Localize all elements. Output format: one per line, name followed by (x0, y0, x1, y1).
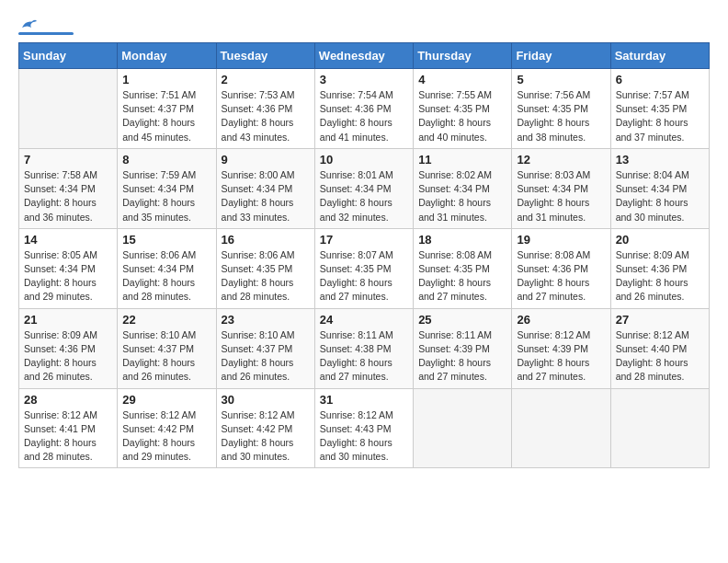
calendar-cell: 1Sunrise: 7:51 AM Sunset: 4:37 PM Daylig… (118, 69, 216, 149)
calendar-cell (512, 388, 610, 468)
day-number: 13 (616, 153, 704, 167)
calendar-cell: 30Sunrise: 8:12 AM Sunset: 4:42 PM Dayli… (216, 388, 314, 468)
day-number: 29 (122, 393, 210, 407)
day-number: 20 (616, 233, 704, 247)
calendar-week-row: 21Sunrise: 8:09 AM Sunset: 4:36 PM Dayli… (19, 308, 710, 388)
calendar-cell: 31Sunrise: 8:12 AM Sunset: 4:43 PM Dayli… (314, 388, 413, 468)
calendar-cell: 4Sunrise: 7:55 AM Sunset: 4:35 PM Daylig… (414, 69, 512, 149)
calendar-cell: 22Sunrise: 8:10 AM Sunset: 4:37 PM Dayli… (118, 308, 216, 388)
day-info: Sunrise: 8:11 AM Sunset: 4:38 PM Dayligh… (320, 328, 408, 385)
calendar-cell: 28Sunrise: 8:12 AM Sunset: 4:41 PM Dayli… (19, 388, 118, 468)
day-number: 9 (222, 153, 310, 167)
day-info: Sunrise: 7:56 AM Sunset: 4:35 PM Dayligh… (517, 88, 605, 144)
day-info: Sunrise: 8:12 AM Sunset: 4:40 PM Dayligh… (616, 328, 704, 385)
calendar-cell (414, 388, 512, 468)
day-info: Sunrise: 8:09 AM Sunset: 4:36 PM Dayligh… (24, 328, 112, 385)
day-info: Sunrise: 7:59 AM Sunset: 4:34 PM Dayligh… (122, 168, 210, 224)
column-header-monday: Monday (118, 43, 216, 69)
column-header-saturday: Saturday (610, 43, 709, 69)
day-info: Sunrise: 8:03 AM Sunset: 4:34 PM Dayligh… (517, 168, 605, 224)
day-info: Sunrise: 8:06 AM Sunset: 4:34 PM Dayligh… (122, 248, 210, 304)
calendar-cell: 7Sunrise: 7:58 AM Sunset: 4:34 PM Daylig… (19, 148, 118, 228)
column-header-tuesday: Tuesday (216, 43, 314, 69)
day-info: Sunrise: 7:55 AM Sunset: 4:35 PM Dayligh… (418, 88, 506, 144)
day-info: Sunrise: 8:07 AM Sunset: 4:35 PM Dayligh… (320, 248, 408, 304)
day-number: 11 (418, 153, 506, 167)
day-number: 23 (222, 313, 310, 327)
calendar-week-row: 1Sunrise: 7:51 AM Sunset: 4:37 PM Daylig… (19, 69, 710, 149)
day-number: 6 (616, 73, 704, 86)
day-number: 3 (320, 73, 408, 86)
logo (18, 18, 74, 35)
calendar-cell: 20Sunrise: 8:09 AM Sunset: 4:36 PM Dayli… (610, 228, 709, 308)
day-number: 24 (320, 313, 408, 327)
day-number: 19 (517, 233, 605, 247)
calendar-cell: 5Sunrise: 7:56 AM Sunset: 4:35 PM Daylig… (512, 69, 610, 149)
calendar-cell: 27Sunrise: 8:12 AM Sunset: 4:40 PM Dayli… (610, 308, 709, 388)
day-number: 31 (320, 393, 408, 407)
day-number: 5 (517, 73, 605, 86)
day-info: Sunrise: 7:53 AM Sunset: 4:36 PM Dayligh… (222, 88, 310, 144)
day-info: Sunrise: 8:12 AM Sunset: 4:43 PM Dayligh… (320, 408, 408, 465)
logo-bird-icon (20, 18, 37, 31)
day-info: Sunrise: 8:11 AM Sunset: 4:39 PM Dayligh… (418, 328, 506, 385)
calendar-cell: 19Sunrise: 8:08 AM Sunset: 4:36 PM Dayli… (512, 228, 610, 308)
calendar-week-row: 7Sunrise: 7:58 AM Sunset: 4:34 PM Daylig… (19, 148, 710, 228)
day-number: 27 (616, 313, 704, 327)
day-number: 30 (222, 393, 310, 407)
day-info: Sunrise: 8:12 AM Sunset: 4:41 PM Dayligh… (24, 408, 112, 465)
day-info: Sunrise: 8:08 AM Sunset: 4:35 PM Dayligh… (418, 248, 506, 304)
day-info: Sunrise: 7:57 AM Sunset: 4:35 PM Dayligh… (616, 88, 704, 144)
column-header-sunday: Sunday (19, 43, 118, 69)
day-info: Sunrise: 7:51 AM Sunset: 4:37 PM Dayligh… (122, 88, 210, 144)
calendar-cell: 25Sunrise: 8:11 AM Sunset: 4:39 PM Dayli… (414, 308, 512, 388)
day-number: 2 (222, 73, 310, 86)
day-number: 25 (418, 313, 506, 327)
calendar-cell: 6Sunrise: 7:57 AM Sunset: 4:35 PM Daylig… (610, 69, 709, 149)
day-info: Sunrise: 8:04 AM Sunset: 4:34 PM Dayligh… (616, 168, 704, 224)
day-info: Sunrise: 8:00 AM Sunset: 4:34 PM Dayligh… (222, 168, 310, 224)
calendar-cell: 10Sunrise: 8:01 AM Sunset: 4:34 PM Dayli… (314, 148, 413, 228)
day-info: Sunrise: 8:06 AM Sunset: 4:35 PM Dayligh… (222, 248, 310, 304)
day-number: 15 (122, 233, 210, 247)
calendar-cell: 26Sunrise: 8:12 AM Sunset: 4:39 PM Dayli… (512, 308, 610, 388)
calendar-cell: 24Sunrise: 8:11 AM Sunset: 4:38 PM Dayli… (314, 308, 413, 388)
day-info: Sunrise: 8:12 AM Sunset: 4:42 PM Dayligh… (222, 408, 310, 465)
day-number: 22 (122, 313, 210, 327)
day-info: Sunrise: 8:09 AM Sunset: 4:36 PM Dayligh… (616, 248, 704, 304)
day-number: 1 (122, 73, 210, 86)
day-number: 16 (222, 233, 310, 247)
day-number: 4 (418, 73, 506, 86)
calendar-cell: 21Sunrise: 8:09 AM Sunset: 4:36 PM Dayli… (19, 308, 118, 388)
calendar-cell: 2Sunrise: 7:53 AM Sunset: 4:36 PM Daylig… (216, 69, 314, 149)
column-header-thursday: Thursday (414, 43, 512, 69)
calendar-week-row: 14Sunrise: 8:05 AM Sunset: 4:34 PM Dayli… (19, 228, 710, 308)
calendar-cell: 29Sunrise: 8:12 AM Sunset: 4:42 PM Dayli… (118, 388, 216, 468)
calendar-cell: 11Sunrise: 8:02 AM Sunset: 4:34 PM Dayli… (414, 148, 512, 228)
day-number: 12 (517, 153, 605, 167)
day-info: Sunrise: 8:10 AM Sunset: 4:37 PM Dayligh… (122, 328, 210, 385)
calendar-cell: 16Sunrise: 8:06 AM Sunset: 4:35 PM Dayli… (216, 228, 314, 308)
calendar-cell: 18Sunrise: 8:08 AM Sunset: 4:35 PM Dayli… (414, 228, 512, 308)
day-info: Sunrise: 7:58 AM Sunset: 4:34 PM Dayligh… (24, 168, 112, 224)
day-info: Sunrise: 8:12 AM Sunset: 4:39 PM Dayligh… (517, 328, 605, 385)
calendar-cell (610, 388, 709, 468)
calendar-cell: 23Sunrise: 8:10 AM Sunset: 4:37 PM Dayli… (216, 308, 314, 388)
day-info: Sunrise: 8:05 AM Sunset: 4:34 PM Dayligh… (24, 248, 112, 304)
day-number: 8 (122, 153, 210, 167)
calendar-week-row: 28Sunrise: 8:12 AM Sunset: 4:41 PM Dayli… (19, 388, 710, 468)
day-number: 18 (418, 233, 506, 247)
calendar-cell: 17Sunrise: 8:07 AM Sunset: 4:35 PM Dayli… (314, 228, 413, 308)
calendar-cell: 13Sunrise: 8:04 AM Sunset: 4:34 PM Dayli… (610, 148, 709, 228)
day-number: 21 (24, 313, 112, 327)
day-number: 28 (24, 393, 112, 407)
calendar-cell: 3Sunrise: 7:54 AM Sunset: 4:36 PM Daylig… (314, 69, 413, 149)
column-header-wednesday: Wednesday (314, 43, 413, 69)
calendar-cell: 15Sunrise: 8:06 AM Sunset: 4:34 PM Dayli… (118, 228, 216, 308)
page-header (18, 18, 710, 35)
day-info: Sunrise: 7:54 AM Sunset: 4:36 PM Dayligh… (320, 88, 408, 144)
day-info: Sunrise: 8:01 AM Sunset: 4:34 PM Dayligh… (320, 168, 408, 224)
day-info: Sunrise: 8:08 AM Sunset: 4:36 PM Dayligh… (517, 248, 605, 304)
day-number: 26 (517, 313, 605, 327)
calendar-cell (19, 69, 118, 149)
